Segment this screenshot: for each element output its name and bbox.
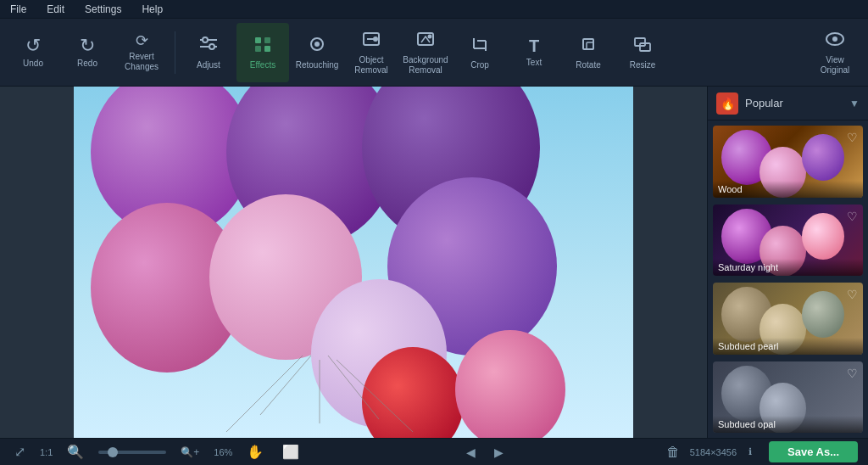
resize-icon bbox=[632, 35, 654, 57]
svg-rect-5 bbox=[264, 37, 270, 43]
effects-icon bbox=[252, 35, 274, 57]
effects-panel: 🔥 Popular ▼ Wood ♡ bbox=[707, 87, 868, 438]
select-button[interactable]: ⬜ bbox=[278, 442, 303, 462]
delete-image-button[interactable]: 🗑 bbox=[666, 445, 680, 460]
canvas-area[interactable] bbox=[0, 87, 707, 438]
effects-button[interactable]: Effects bbox=[236, 23, 289, 82]
edit-tools: Adjust Effects Retouching bbox=[182, 23, 669, 82]
svg-point-24 bbox=[832, 36, 837, 42]
text-icon: T bbox=[529, 37, 539, 54]
retouching-icon bbox=[306, 35, 328, 57]
subdued-pearl-label: Subdued pearl bbox=[713, 338, 863, 355]
subdued-opal-label: Subdued opal bbox=[713, 416, 863, 433]
view-original-button[interactable]: View Original bbox=[809, 23, 861, 82]
bg-removal-button[interactable]: Background Removal bbox=[399, 23, 452, 82]
bg-removal-icon bbox=[415, 30, 437, 52]
statusbar: ⤢ 1:1 🔍 🔍+ 16% ✋ ⬜ ◀ ▶ 🗑 5184×3456 ℹ Sav… bbox=[0, 438, 868, 465]
menu-file[interactable]: File bbox=[7, 3, 30, 15]
svg-point-3 bbox=[209, 44, 214, 49]
svg-rect-20 bbox=[587, 42, 593, 49]
effects-list: Wood ♡ Saturday night ♡ bbox=[708, 120, 868, 438]
undo-icon: ↺ bbox=[25, 36, 41, 55]
adjust-icon bbox=[198, 35, 220, 57]
save-as-button[interactable]: Save As... bbox=[769, 441, 858, 462]
zoom-slider[interactable] bbox=[98, 451, 166, 454]
svg-point-1 bbox=[203, 37, 208, 42]
text-button[interactable]: T Text bbox=[508, 23, 560, 82]
retouching-button[interactable]: Retouching bbox=[291, 23, 343, 82]
zoom-percent-label: 16% bbox=[214, 447, 232, 457]
zoom-out-button[interactable]: 🔍 bbox=[63, 442, 88, 462]
svg-rect-6 bbox=[255, 46, 261, 52]
svg-point-9 bbox=[314, 42, 320, 47]
category-select[interactable]: Popular bbox=[745, 97, 843, 109]
nav-next-button[interactable]: ▶ bbox=[490, 444, 508, 461]
rotate-button[interactable]: Rotate bbox=[562, 23, 615, 82]
chevron-down-icon[interactable]: ▼ bbox=[849, 98, 860, 109]
adjust-button[interactable]: Adjust bbox=[182, 23, 235, 82]
menu-settings[interactable]: Settings bbox=[81, 3, 125, 15]
zoom-ratio-label: 1:1 bbox=[40, 447, 53, 457]
fit-screen-button[interactable]: ⤢ bbox=[10, 442, 30, 462]
svg-rect-7 bbox=[264, 46, 270, 52]
balloon-pink-small bbox=[455, 330, 565, 438]
effect-subdued-pearl[interactable]: Subdued pearl ♡ bbox=[713, 283, 863, 355]
toolbar: ↺ Undo ↻ Redo ⟳ Revert Changes Adjust bbox=[0, 19, 868, 87]
svg-rect-19 bbox=[583, 39, 593, 49]
subdued-pearl-favorite-icon[interactable]: ♡ bbox=[847, 288, 858, 301]
image-dimensions-label: 5184×3456 bbox=[690, 447, 737, 457]
resize-button[interactable]: Resize bbox=[616, 23, 669, 82]
effect-saturday-night[interactable]: Saturday night ♡ bbox=[713, 204, 863, 277]
category-icon: 🔥 bbox=[716, 92, 738, 115]
effect-wood[interactable]: Wood ♡ bbox=[713, 126, 863, 198]
revert-icon: ⟳ bbox=[136, 33, 148, 48]
saturday-night-label: Saturday night bbox=[713, 259, 863, 276]
svg-rect-4 bbox=[255, 37, 261, 43]
object-removal-icon bbox=[360, 30, 382, 52]
menu-help[interactable]: Help bbox=[138, 3, 166, 15]
crop-button[interactable]: Crop bbox=[453, 23, 506, 82]
effect-subdued-opal[interactable]: Subdued opal ♡ bbox=[713, 361, 863, 434]
nav-prev-button[interactable]: ◀ bbox=[462, 444, 480, 461]
view-original-icon bbox=[824, 30, 846, 52]
image-info-icon[interactable]: ℹ bbox=[748, 446, 752, 457]
svg-point-14 bbox=[428, 34, 432, 38]
rotate-icon bbox=[577, 35, 599, 57]
history-tools: ↺ Undo ↻ Redo ⟳ Revert Changes bbox=[7, 23, 168, 82]
crop-icon bbox=[469, 35, 491, 57]
menu-edit[interactable]: Edit bbox=[43, 3, 68, 15]
subdued-opal-favorite-icon[interactable]: ♡ bbox=[847, 367, 858, 380]
main-content: 🔥 Popular ▼ Wood ♡ bbox=[0, 87, 868, 438]
pan-button[interactable]: ✋ bbox=[242, 442, 268, 462]
wood-favorite-icon[interactable]: ♡ bbox=[847, 131, 858, 144]
wood-label: Wood bbox=[713, 181, 863, 198]
redo-icon: ↻ bbox=[80, 36, 95, 55]
saturday-night-favorite-icon[interactable]: ♡ bbox=[847, 210, 858, 223]
undo-button[interactable]: ↺ Undo bbox=[7, 23, 59, 82]
svg-point-12 bbox=[373, 36, 378, 42]
redo-button[interactable]: ↻ Redo bbox=[61, 23, 114, 82]
toolbar-divider-1 bbox=[175, 31, 175, 74]
revert-button[interactable]: ⟳ Revert Changes bbox=[115, 23, 168, 82]
object-removal-button[interactable]: Object Removal bbox=[345, 23, 398, 82]
panel-header: 🔥 Popular ▼ bbox=[708, 87, 868, 120]
zoom-in-button[interactable]: 🔍+ bbox=[176, 445, 203, 460]
image-canvas bbox=[74, 87, 633, 438]
